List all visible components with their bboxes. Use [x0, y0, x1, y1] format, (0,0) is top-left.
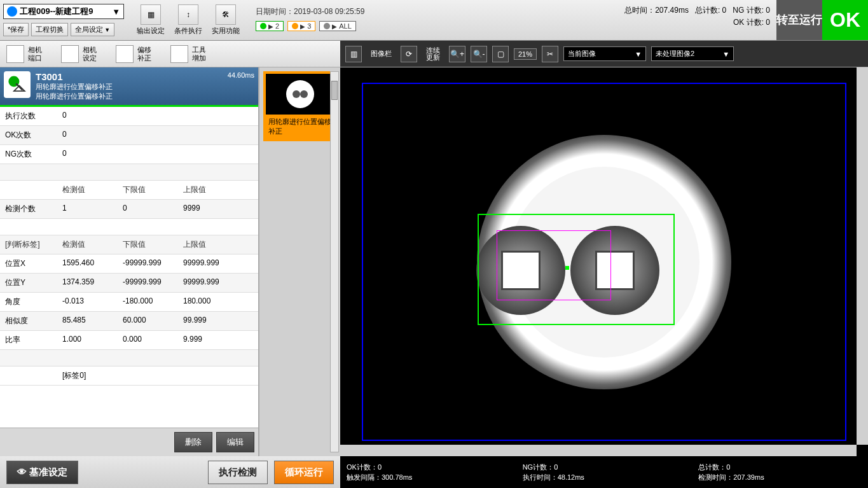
chevron-down-icon: ▼: [635, 50, 642, 58]
tool-id: T3001: [36, 71, 223, 82]
tool-header[interactable]: T3001 用轮廓进行位置偏移补正 用轮廓进行位置偏移补正 44.60ms: [0, 67, 258, 107]
gear-icon: [7, 6, 17, 17]
image-scrollbar-vertical[interactable]: [857, 67, 868, 445]
loop-run-button[interactable]: 循环运行: [274, 461, 334, 484]
badge-3[interactable]: ▶3: [287, 21, 315, 31]
delete-button[interactable]: 删除: [174, 432, 212, 452]
condition-exec-button[interactable]: ↕ 条件执行: [174, 3, 202, 37]
tool-time: 44.60ms: [228, 71, 254, 101]
condition-icon: ↕: [178, 4, 198, 25]
camera-port-button[interactable]: 相机 端口: [6, 45, 42, 63]
crop-button[interactable]: ✂: [542, 46, 558, 62]
toolbar2-left: 相机 端口 相机 设定 偏移 补正 工具 增加: [0, 44, 340, 64]
camera-icon: [6, 45, 24, 63]
execute-detection-button[interactable]: 执行检测: [208, 461, 268, 484]
total-time: 207.49ms: [655, 6, 689, 15]
zoom-out-button[interactable]: 🔍-: [471, 46, 487, 62]
top-tools: ▦ 输出设定 ↕ 条件执行 🛠 实用功能: [127, 0, 249, 40]
thumb-scrollbar[interactable]: [330, 71, 339, 452]
center-marker: [565, 266, 569, 270]
add-tool-icon: [170, 45, 188, 63]
badge-all[interactable]: ▶ALL: [319, 21, 356, 31]
offset-icon: [116, 45, 134, 63]
image-source-select[interactable]: 当前图像▼: [563, 46, 646, 61]
stat-trigger-interval: 300.78ms: [382, 473, 412, 481]
roi-magenta: [497, 230, 611, 300]
chevron-down-icon: ▼: [112, 7, 120, 17]
top-button-row: *保存 工程切换 全局设定▼: [3, 23, 124, 36]
stat-exec-time: 48.12ms: [558, 473, 584, 481]
continuous-update-label: 连续 更新: [422, 46, 444, 62]
data-list[interactable]: 执行次数0 OK次数0 NG次数0 检测值下限值上限值 检测个数109999 […: [0, 107, 258, 428]
tool-icon: [4, 71, 31, 98]
project-selector[interactable]: 工程009--新建工程9 ▼: [3, 4, 124, 19]
datetime-value: 2019-03-08 09:25:59: [294, 7, 364, 16]
utility-icon: 🛠: [216, 4, 236, 25]
chevron-down-icon: ▼: [104, 27, 110, 33]
tool-desc-2: 用轮廓进行位置偏移补正: [36, 92, 223, 101]
zoom-in-button[interactable]: 🔍+: [449, 46, 465, 62]
svg-point-2: [293, 90, 300, 98]
bottom-actions: 👁 基准设定 执行检测 循环运行: [0, 456, 340, 488]
save-button[interactable]: *保存: [3, 23, 29, 36]
top-left-block: 工程009--新建工程9 ▼ *保存 工程切换 全局设定▼: [0, 0, 127, 40]
ng-count: 0: [766, 6, 770, 15]
left-actions: 删除 编辑: [0, 428, 258, 456]
switch-to-run-button[interactable]: 转至运行: [776, 0, 822, 40]
left-panel: T3001 用轮廓进行位置偏移补正 用轮廓进行位置偏移补正 44.60ms 执行…: [0, 67, 259, 456]
ok-count-val: 0: [62, 130, 123, 141]
secondary-toolbar: 相机 端口 相机 设定 偏移 补正 工具 增加 ▥ 图像栏 ⟳ 连续 更新 🔍+…: [0, 41, 868, 67]
refresh-icon[interactable]: ⟳: [401, 46, 417, 62]
image-bar-label: 图像栏: [367, 46, 396, 62]
camera-gear-icon: [61, 45, 79, 63]
datetime-block: 日期时间：2019-03-08 09:25:59 ▶2 ▶3 ▶ALL: [249, 0, 371, 40]
bottom-bar: 👁 基准设定 执行检测 循环运行 OK计数：0 触发间隔：300.78ms NG…: [0, 456, 868, 488]
fit-button[interactable]: ▢: [492, 46, 509, 62]
thumbnail-label: 用轮廓进行位置偏移补正: [266, 115, 334, 139]
zoom-percent: 21%: [514, 48, 537, 60]
image-toolbar: ▥ 图像栏 ⟳ 连续 更新 🔍+ 🔍- ▢ 21% ✂ 当前图像▼ 未处理图像2…: [340, 41, 868, 67]
tool-add-button[interactable]: 工具 增加: [170, 45, 206, 63]
camera-settings-button[interactable]: 相机 设定: [61, 45, 97, 63]
utility-button[interactable]: 🛠 实用功能: [212, 3, 240, 37]
edit-button[interactable]: 编辑: [216, 432, 254, 452]
offset-correction-button[interactable]: 偏移 补正: [116, 45, 151, 63]
badge-2[interactable]: ▶2: [256, 21, 284, 31]
histogram-icon[interactable]: ▥: [345, 46, 362, 62]
thumbnail-selected[interactable]: 用轮廓进行位置偏移补正: [263, 71, 336, 141]
tool-desc-1: 用轮廓进行位置偏移补正: [36, 82, 223, 92]
output-settings-button[interactable]: ▦ 输出设定: [137, 3, 165, 37]
stat-ok-count: 0: [378, 463, 382, 471]
ng-count-val: 0: [62, 149, 123, 160]
global-settings-button[interactable]: 全局设定▼: [71, 23, 114, 36]
exec-count: 0: [62, 111, 123, 122]
output-icon: ▦: [141, 4, 161, 25]
top-bar: 工程009--新建工程9 ▼ *保存 工程切换 全局设定▼ ▦ 输出设定 ↕ 条…: [0, 0, 868, 41]
ok-status: OK: [822, 0, 868, 40]
stat-detect-time: 207.39ms: [733, 473, 764, 481]
main-area: T3001 用轮廓进行位置偏移补正 用轮廓进行位置偏移补正 44.60ms 执行…: [0, 67, 868, 456]
top-stats: 总时间：207.49ms 总计数: 0 NG 计数: 0 OK 计数: 0: [618, 0, 776, 40]
thumbnail-image: [266, 74, 334, 115]
stat-total-count: 0: [726, 463, 730, 471]
image-process-select[interactable]: 未处理图像2▼: [651, 46, 734, 61]
image-canvas: [349, 76, 859, 447]
thumbnail-strip: 用轮廓进行位置偏移补正: [259, 67, 340, 456]
svg-point-3: [300, 90, 308, 98]
project-switch-button[interactable]: 工程切换: [31, 23, 68, 36]
project-name: 工程009--新建工程9: [20, 6, 93, 17]
chevron-down-icon: ▼: [722, 50, 729, 58]
ok-count: 0: [766, 18, 770, 27]
total-count: 0: [722, 6, 727, 15]
stat-ng-count: 0: [554, 463, 558, 471]
image-viewer[interactable]: [340, 67, 868, 456]
badge-row: ▶2 ▶3 ▶ALL: [256, 21, 364, 31]
image-scrollbar-horizontal[interactable]: [340, 445, 857, 456]
base-settings-button[interactable]: 👁 基准设定: [6, 461, 78, 484]
bottom-stats: OK计数：0 触发间隔：300.78ms NG计数：0 执行时间：48.12ms…: [340, 456, 868, 488]
